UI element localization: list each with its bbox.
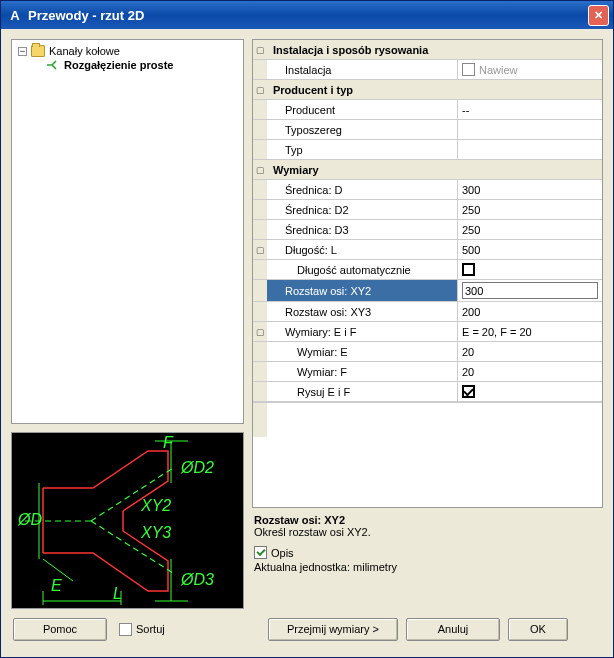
description-panel: Rozstaw osi: XY2 Określ rozstaw osi XY2.	[252, 508, 603, 542]
minus-icon[interactable]: ▢	[253, 322, 267, 341]
window-title: Przewody - rzut 2D	[28, 8, 588, 23]
opis-label: Opis	[271, 547, 294, 559]
table-row[interactable]: Rysuj E i F	[253, 382, 602, 402]
table-row[interactable]: Średnica: D 300	[253, 180, 602, 200]
prop-value[interactable]: 250	[458, 220, 602, 239]
table-row[interactable]: Typ	[253, 140, 602, 160]
left-column: − Kanały kołowe Rozgałęzienie proste	[11, 39, 244, 609]
prop-value[interactable]	[458, 280, 602, 301]
svg-text:ØD: ØD	[17, 511, 42, 528]
svg-text:XY3: XY3	[140, 524, 171, 541]
property-grid[interactable]: ▢ Instalacja i sposób rysowania Instalac…	[252, 39, 603, 508]
section-label: Instalacja i sposób rysowania	[267, 40, 458, 59]
svg-text:ØD2: ØD2	[180, 459, 214, 476]
tree-root-row[interactable]: − Kanały kołowe	[14, 44, 241, 58]
svg-text:F: F	[163, 434, 174, 451]
tree-child-row[interactable]: Rozgałęzienie proste	[14, 58, 241, 72]
app-icon: A	[7, 7, 23, 23]
prop-value[interactable]: 300	[458, 180, 602, 199]
prop-key: Długość automatycznie	[267, 260, 458, 279]
prop-key: Średnica: D3	[267, 220, 458, 239]
prop-value[interactable]: 200	[458, 302, 602, 321]
table-row[interactable]: Długość automatycznie	[253, 260, 602, 280]
prop-key: Długość: L	[267, 240, 458, 259]
svg-text:XY2: XY2	[140, 497, 171, 514]
prop-key: Producent	[267, 100, 458, 119]
right-column: ▢ Instalacja i sposób rysowania Instalac…	[252, 39, 603, 609]
folder-icon	[31, 45, 45, 57]
svg-text:L: L	[113, 585, 122, 602]
xy2-input[interactable]	[462, 282, 598, 299]
preview-panel: F ØD2 XY2 XY3 ØD ØD3 E L	[11, 432, 244, 609]
prop-value[interactable]: 500	[458, 240, 602, 259]
table-row[interactable]: Typoszereg	[253, 120, 602, 140]
minus-icon[interactable]: ▢	[253, 80, 267, 99]
cancel-button[interactable]: Anuluj	[406, 618, 500, 641]
table-row[interactable]: Rozstaw osi: XY3 200	[253, 302, 602, 322]
prop-value[interactable]	[458, 260, 602, 279]
prop-key: Instalacja	[267, 60, 458, 79]
prop-value[interactable]: Nawiew	[458, 60, 602, 79]
checkbox-icon[interactable]	[462, 63, 475, 76]
table-row[interactable]: Średnica: D3 250	[253, 220, 602, 240]
prop-value[interactable]: 20	[458, 362, 602, 381]
prop-key: Rozstaw osi: XY3	[267, 302, 458, 321]
description-text: Określ rozstaw osi XY2.	[254, 526, 601, 538]
section-label: Producent i typ	[267, 80, 458, 99]
opis-checkbox[interactable]	[254, 546, 267, 559]
prop-value[interactable]: E = 20, F = 20	[458, 322, 602, 341]
table-row[interactable]: Średnica: D2 250	[253, 200, 602, 220]
prop-value[interactable]: 250	[458, 200, 602, 219]
accept-button[interactable]: Przejmij wymiary >	[268, 618, 398, 641]
close-icon[interactable]: ✕	[588, 5, 609, 26]
content-area: − Kanały kołowe Rozgałęzienie proste	[1, 29, 613, 609]
prop-value[interactable]	[458, 140, 602, 159]
section-header[interactable]: ▢ Wymiary	[253, 160, 602, 180]
description-title: Rozstaw osi: XY2	[254, 514, 601, 526]
prop-key: Typoszereg	[267, 120, 458, 139]
ok-button[interactable]: OK	[508, 618, 568, 641]
section-header[interactable]: ▢ Producent i typ	[253, 80, 602, 100]
table-row-selected[interactable]: Rozstaw osi: XY2	[253, 280, 602, 302]
prop-key: Wymiary: E i F	[267, 322, 458, 341]
unit-label: Aktualna jednostka: milimetry	[252, 561, 603, 575]
prop-value[interactable]	[458, 382, 602, 401]
minus-icon[interactable]: ▢	[253, 40, 267, 59]
minus-icon[interactable]: −	[18, 47, 27, 56]
table-row[interactable]: Wymiar: F 20	[253, 362, 602, 382]
table-row[interactable]: ▢ Długość: L 500	[253, 240, 602, 260]
tree-root-label: Kanały kołowe	[47, 45, 122, 57]
table-row[interactable]: ▢ Wymiary: E i F E = 20, F = 20	[253, 322, 602, 342]
sort-label: Sortuj	[136, 623, 165, 635]
sort-checkbox[interactable]	[119, 623, 132, 636]
prop-key: Wymiar: E	[267, 342, 458, 361]
prop-key: Średnica: D2	[267, 200, 458, 219]
sort-box: Sortuj	[119, 623, 165, 636]
svg-text:E: E	[51, 577, 62, 594]
checkbox-icon[interactable]	[462, 385, 475, 398]
prop-key: Średnica: D	[267, 180, 458, 199]
titlebar: A Przewody - rzut 2D ✕	[1, 1, 613, 29]
prop-key: Rozstaw osi: XY2	[267, 280, 458, 301]
minus-icon[interactable]: ▢	[253, 160, 267, 179]
prop-value[interactable]	[458, 120, 602, 139]
tree-child-label: Rozgałęzienie proste	[62, 59, 175, 71]
table-row[interactable]: Instalacja Nawiew	[253, 60, 602, 80]
checkbox-icon[interactable]	[462, 263, 475, 276]
section-label: Wymiary	[267, 160, 458, 179]
prop-key: Rysuj E i F	[267, 382, 458, 401]
value-text: Nawiew	[479, 64, 518, 76]
prop-value[interactable]: 20	[458, 342, 602, 361]
prop-key: Wymiar: F	[267, 362, 458, 381]
table-row[interactable]: Wymiar: E 20	[253, 342, 602, 362]
branch-icon	[46, 59, 60, 71]
prop-value[interactable]: --	[458, 100, 602, 119]
bottom-bar: Pomoc Sortuj Przejmij wymiary > Anuluj O…	[1, 609, 613, 649]
table-row[interactable]: Producent --	[253, 100, 602, 120]
svg-text:ØD3: ØD3	[180, 571, 214, 588]
opis-row: Opis	[252, 542, 603, 561]
minus-icon[interactable]: ▢	[253, 240, 267, 259]
help-button[interactable]: Pomoc	[13, 618, 107, 641]
section-header[interactable]: ▢ Instalacja i sposób rysowania	[253, 40, 602, 60]
tree-panel[interactable]: − Kanały kołowe Rozgałęzienie proste	[11, 39, 244, 424]
